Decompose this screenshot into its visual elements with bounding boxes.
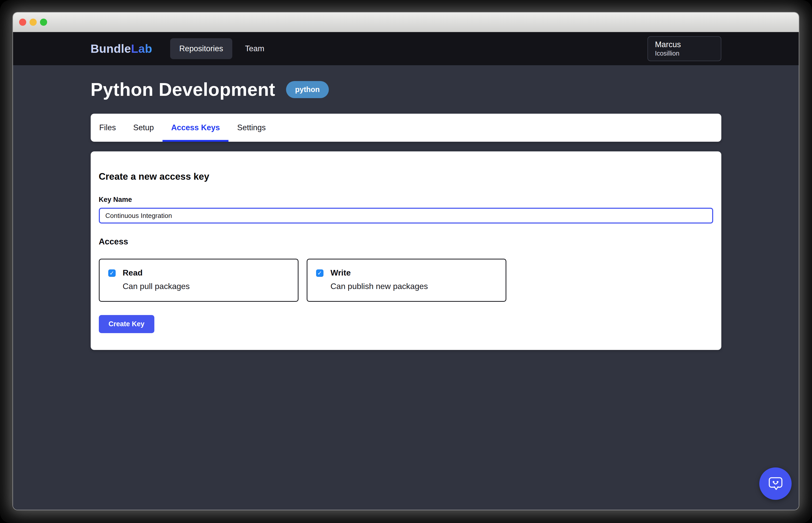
create-key-button[interactable]: Create Key [99,315,154,333]
access-options: ✓ Read Can pull packages ✓ [99,259,713,302]
access-section-label: Access [99,237,713,247]
tab-files[interactable]: Files [91,114,125,142]
form-heading: Create a new access key [99,171,713,182]
tab-access-keys[interactable]: Access Keys [163,114,228,142]
window-titlebar [13,13,799,32]
page-title: Python Development [91,79,275,100]
close-window-button[interactable] [19,19,26,26]
zoom-window-button[interactable] [40,19,47,26]
user-menu[interactable]: Marcus Icosillion [647,36,721,61]
key-name-label: Key Name [99,196,713,204]
repo-tab-bar: Files Setup Access Keys Settings [91,114,721,142]
access-option-read[interactable]: ✓ Read Can pull packages [99,259,299,302]
chat-bubble-smiley-icon [767,474,785,493]
create-access-key-card: Create a new access key Key Name Access … [91,151,721,350]
minimize-window-button[interactable] [30,19,37,26]
write-option-label: Write [331,268,428,277]
tab-settings[interactable]: Settings [228,114,274,142]
user-organization: Icosillion [655,50,713,57]
brand-name-primary: Bundle [91,42,131,55]
brand-name-accent: Lab [131,42,152,55]
traffic-lights [19,19,47,26]
nav-item-repositories[interactable]: Repositories [170,38,232,59]
top-navbar: BundleLab Repositories Team Marcus Icosi… [13,32,799,65]
user-name: Marcus [655,40,713,50]
read-checkbox[interactable]: ✓ [108,269,116,277]
access-option-write[interactable]: ✓ Write Can publish new packages [307,259,506,302]
tab-setup[interactable]: Setup [125,114,163,142]
screenshot-frame: BundleLab Repositories Team Marcus Icosi… [0,0,812,523]
write-option-description: Can publish new packages [331,282,428,291]
read-option-description: Can pull packages [123,282,190,291]
main-content: Python Development python Files Setup Ac… [13,65,799,510]
checkmark-icon: ✓ [110,270,114,276]
key-name-input[interactable] [99,208,713,223]
nav-item-team[interactable]: Team [245,44,264,53]
write-checkbox[interactable]: ✓ [316,269,323,277]
repo-language-badge: python [286,81,329,98]
app-window: BundleLab Repositories Team Marcus Icosi… [13,13,799,510]
chat-fab-button[interactable] [759,467,792,500]
checkmark-icon: ✓ [317,270,322,276]
read-option-label: Read [123,268,190,277]
brand-logo[interactable]: BundleLab [91,42,152,56]
